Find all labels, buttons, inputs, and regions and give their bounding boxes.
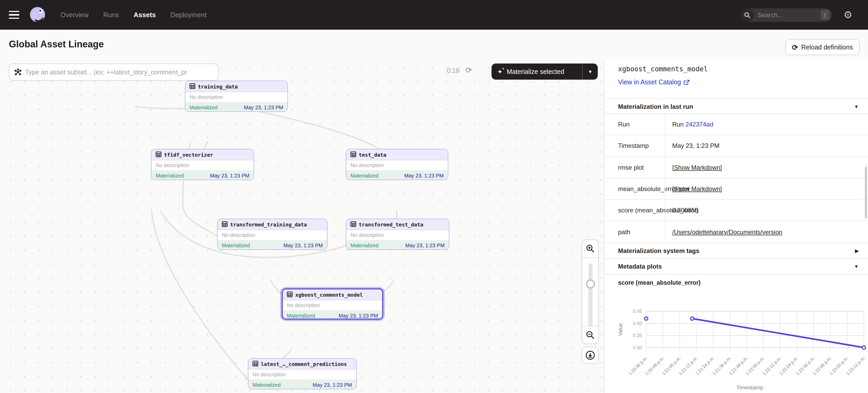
- chevron-down-icon: ▼: [854, 104, 859, 109]
- timestamp-value: May 23, 1:23 PM: [672, 142, 719, 150]
- zoom-out-button[interactable]: [582, 326, 598, 343]
- nav-item-deployment[interactable]: Deployment: [170, 11, 207, 19]
- panel-scrollbar[interactable]: [865, 167, 867, 219]
- materialize-dropdown-caret[interactable]: ▼: [582, 64, 598, 79]
- section-materialization-last-run[interactable]: Materialization in last run ▼: [604, 98, 868, 114]
- app-root: Overview Runs Assets Deployment Search..…: [0, 0, 868, 393]
- materialized-timestamp: May 23, 1:23 PM: [405, 242, 445, 248]
- table-row-run: Run Run 242374ad: [604, 113, 868, 135]
- materialized-status: Materialized: [350, 242, 378, 248]
- svg-text:0.35: 0.35: [633, 333, 642, 338]
- materialized-timestamp: May 23, 1:23 PM: [404, 173, 444, 178]
- page-header: Global Asset Lineage ⟳ Reload definition…: [0, 30, 868, 59]
- zoom-controls: [582, 239, 599, 344]
- materialized-timestamp: May 23, 1:23 PM: [283, 242, 323, 248]
- reload-icon: ⟳: [792, 43, 798, 51]
- external-link-icon: [683, 79, 689, 85]
- asset-description: No description: [346, 230, 449, 240]
- table-column-divider: [665, 113, 665, 242]
- table-icon: [350, 150, 356, 159]
- materialized-status: Materialized: [222, 242, 250, 248]
- search-placeholder: Search...: [757, 11, 820, 19]
- nav-item-overview[interactable]: Overview: [60, 11, 89, 19]
- nav-item-assets[interactable]: Assets: [133, 11, 156, 19]
- asset-node-tfidf_vectorizer[interactable]: tfidf_vectorizerNo descriptionMaterializ…: [151, 149, 254, 180]
- chevron-right-icon: ▶: [855, 248, 859, 254]
- section-label: Materialization system tags: [618, 247, 855, 255]
- svg-text:0.45: 0.45: [633, 309, 642, 314]
- asset-node-transformed_test_data[interactable]: transformed_test_dataNo descriptionMater…: [346, 219, 450, 250]
- path-link[interactable]: /Users/odetteharary/Documents/version: [672, 228, 782, 235]
- download-graph-button[interactable]: [582, 347, 599, 364]
- asset-name: test_data: [359, 152, 386, 158]
- zoom-slider-handle[interactable]: [586, 280, 595, 288]
- asset-filter-input[interactable]: Type an asset subset... (ex: ++latest_st…: [9, 64, 219, 81]
- materialize-selected-label: Materialize selected: [507, 68, 582, 75]
- asset-node-test_data[interactable]: test_dataNo descriptionMaterializedMay 2…: [346, 149, 448, 180]
- table-icon: [189, 82, 195, 91]
- global-search-input[interactable]: Search... /: [740, 8, 832, 22]
- materialized-status: Materialized: [252, 382, 281, 388]
- metadata-plot-title: score (mean_absolute_error): [618, 280, 701, 286]
- asset-filter-placeholder: Type an asset subset... (ex: ++latest_st…: [25, 68, 187, 76]
- refresh-icon[interactable]: ⟳: [465, 66, 472, 75]
- run-id-link[interactable]: 242374ad: [685, 121, 713, 128]
- page-title: Global Asset Lineage: [9, 39, 104, 50]
- asset-description: No description: [283, 300, 382, 311]
- section-materialization-system-tags[interactable]: Materialization system tags ▶: [604, 242, 868, 259]
- asset-title: xgboost_comments_model: [618, 65, 708, 73]
- section-label: Metadata plots: [618, 263, 854, 270]
- asset-node-latest_…_comment_predictions[interactable]: latest_…_comment_predictionsNo descripti…: [248, 358, 357, 389]
- catalog-link-label: View in Asset Catalog: [618, 78, 681, 86]
- svg-text:0.40: 0.40: [633, 321, 642, 326]
- lineage-graph-canvas[interactable]: training_dataNo descriptionMaterializedM…: [0, 59, 604, 393]
- nav-item-runs[interactable]: Runs: [103, 11, 119, 19]
- dagster-logo-icon[interactable]: [28, 5, 47, 24]
- materialize-selected-button[interactable]: ✦ Materialize selected ▼: [492, 64, 598, 79]
- materialized-status: Materialized: [287, 313, 315, 319]
- show-markdown-link[interactable]: [Show Markdown]: [672, 185, 722, 193]
- asset-description: No description: [218, 230, 327, 240]
- settings-gear-icon[interactable]: ⚙: [843, 10, 852, 20]
- asset-name: transformed_training_data: [230, 222, 307, 227]
- top-navbar: Overview Runs Assets Deployment Search..…: [0, 0, 868, 30]
- asset-name: transformed_test_data: [359, 222, 423, 227]
- materialized-status: Materialized: [350, 173, 378, 178]
- asset-name: tfidf_vectorizer: [164, 152, 213, 158]
- asset-details-panel: xgboost_comments_model View in Asset Cat…: [604, 59, 868, 393]
- row-label: Run: [618, 121, 629, 128]
- search-icon: [740, 8, 754, 22]
- row-label: path: [618, 228, 630, 235]
- asset-description: No description: [346, 160, 448, 171]
- zoom-in-button[interactable]: [582, 240, 598, 258]
- zoom-slider-track[interactable]: [588, 263, 592, 327]
- asset-node-transformed_training_data[interactable]: transformed_training_dataNo descriptionM…: [217, 219, 328, 250]
- row-label: rmse plot: [618, 164, 644, 171]
- asset-description: No description: [185, 92, 287, 103]
- asset-node-xgboost_comments_model[interactable]: xgboost_comments_modelNo descriptionMate…: [282, 288, 383, 320]
- chevron-down-icon: ▼: [854, 264, 859, 269]
- run-prefix: Run: [672, 121, 684, 128]
- section-metadata-plots[interactable]: Metadata plots ▼: [604, 258, 868, 275]
- view-in-asset-catalog-link[interactable]: View in Asset Catalog: [618, 78, 689, 86]
- sparkle-icon: ✦: [497, 68, 502, 75]
- asset-description: No description: [248, 369, 356, 380]
- table-row-timestamp: Timestamp May 23, 1:23 PM: [604, 135, 868, 157]
- materialized-status: Materialized: [156, 173, 184, 178]
- materialized-timestamp: May 23, 1:23 PM: [244, 105, 283, 110]
- hamburger-menu-icon[interactable]: [9, 11, 19, 19]
- score-value: 0.300855: [672, 207, 698, 214]
- materialized-timestamp: May 23, 1:23 PM: [210, 173, 249, 178]
- reload-definitions-button[interactable]: ⟳ Reload definitions: [785, 39, 860, 55]
- refresh-countdown: 0:18: [447, 67, 460, 74]
- svg-text:0.30: 0.30: [633, 345, 642, 350]
- asset-node-training_data[interactable]: training_dataNo descriptionMaterializedM…: [185, 81, 288, 112]
- section-label: Materialization in last run: [618, 103, 854, 110]
- asset-name: training_data: [198, 84, 238, 89]
- table-row-path: path /Users/odetteharary/Documents/versi…: [604, 221, 868, 242]
- materialized-timestamp: May 23, 1:23 PM: [339, 313, 378, 319]
- show-markdown-link[interactable]: [Show Markdown]: [672, 164, 722, 171]
- table-icon: [222, 220, 227, 229]
- metadata-table: Run Run 242374ad Timestamp May 23, 1:23 …: [604, 113, 868, 242]
- table-row-mae-plot: mean_absolute_error plot [Show Markdown]: [604, 178, 868, 200]
